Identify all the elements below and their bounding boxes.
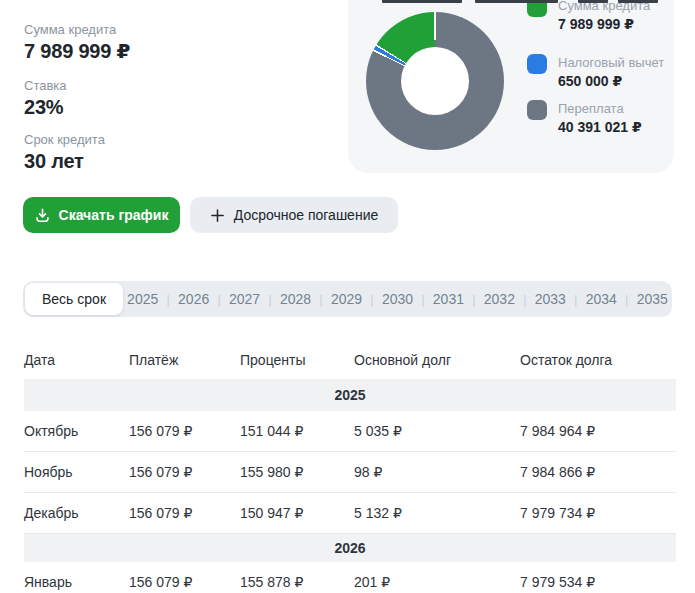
- overpayment-swatch: [527, 100, 547, 120]
- clipped-text-fragment: [475, 0, 558, 3]
- tab-separator: |: [166, 292, 169, 307]
- cell-interest: 155 980 ₽: [240, 452, 303, 492]
- table-row: Ноябрь 156 079 ₽ 155 980 ₽ 98 ₽ 7 984 86…: [24, 452, 676, 493]
- term-summary: Срок кредита 30 лет: [24, 132, 105, 173]
- cell-balance: 7 984 964 ₽: [520, 411, 595, 451]
- download-schedule-button[interactable]: Скачать график: [23, 197, 180, 233]
- col-header-payment: Платёж: [129, 345, 178, 375]
- payments-table: Дата Платёж Проценты Основной долг Остат…: [24, 345, 676, 593]
- rate-label: Ставка: [24, 78, 67, 93]
- cell-payment: 156 079 ₽: [129, 562, 192, 593]
- legend-credit-sum-value: 7 989 999 ₽: [558, 16, 650, 33]
- download-schedule-label: Скачать график: [59, 207, 169, 223]
- cell-principal: 5 035 ₽: [354, 411, 402, 451]
- tab-year-2031[interactable]: 2031: [433, 291, 464, 307]
- donut-hole: [401, 47, 469, 115]
- clipped-text-fragment: [618, 0, 658, 3]
- tab-separator: |: [370, 292, 373, 307]
- table-header-row: Дата Платёж Проценты Основной долг Остат…: [24, 345, 676, 379]
- legend-item-overpayment: Переплата 40 391 021 ₽: [527, 100, 642, 136]
- clipped-text-fragment: [382, 0, 462, 3]
- rate-summary: Ставка 23%: [24, 78, 67, 119]
- cell-principal: 201 ₽: [354, 562, 390, 593]
- cell-interest: 150 947 ₽: [240, 493, 303, 533]
- tab-separator: |: [574, 292, 577, 307]
- year-band-2026: 2026: [24, 534, 676, 562]
- credit-sum-value: 7 989 999 ₽: [24, 39, 130, 63]
- tab-year-2029[interactable]: 2029: [331, 291, 362, 307]
- cell-principal: 5 132 ₽: [354, 493, 402, 533]
- term-label: Срок кредита: [24, 132, 105, 147]
- cell-date: Январь: [24, 562, 72, 593]
- cell-date: Октябрь: [24, 411, 78, 451]
- cell-interest: 155 878 ₽: [240, 562, 303, 593]
- tab-separator: |: [217, 292, 220, 307]
- table-row: Октябрь 156 079 ₽ 151 044 ₽ 5 035 ₽ 7 98…: [24, 411, 676, 452]
- download-icon: [35, 208, 50, 223]
- tab-separator: |: [421, 292, 424, 307]
- legend-tax-deduction-label: Налоговый вычет: [558, 55, 664, 70]
- col-header-principal: Основной долг: [354, 345, 451, 375]
- table-row: Январь 156 079 ₽ 155 878 ₽ 201 ₽ 7 979 5…: [24, 562, 676, 593]
- tab-year-2035[interactable]: 2035: [637, 291, 668, 307]
- tab-separator: |: [523, 292, 526, 307]
- term-value: 30 лет: [24, 149, 105, 173]
- tab-year-2028[interactable]: 2028: [280, 291, 311, 307]
- cell-balance: 7 984 866 ₽: [520, 452, 595, 492]
- cell-payment: 156 079 ₽: [129, 411, 192, 451]
- cell-balance: 7 979 734 ₽: [520, 493, 595, 533]
- plus-icon: [210, 208, 225, 223]
- tab-separator: |: [472, 292, 475, 307]
- cell-date: Ноябрь: [24, 452, 73, 492]
- tab-all-period[interactable]: Весь срок: [25, 283, 123, 315]
- cell-balance: 7 979 534 ₽: [520, 562, 595, 593]
- credit-sum-label: Сумма кредита: [24, 22, 130, 37]
- table-row: Декабрь 156 079 ₽ 150 947 ₽ 5 132 ₽ 7 97…: [24, 493, 676, 534]
- cell-date: Декабрь: [24, 493, 79, 533]
- credit-sum-summary: Сумма кредита 7 989 999 ₽: [24, 22, 130, 63]
- tab-separator: |: [319, 292, 322, 307]
- cell-principal: 98 ₽: [354, 452, 382, 492]
- cell-interest: 151 044 ₽: [240, 411, 303, 451]
- col-header-interest: Проценты: [240, 345, 306, 375]
- col-header-balance: Остаток долга: [520, 345, 612, 375]
- loan-calculator-page: Сумма кредита 7 989 999 ₽ Ставка 23% Сро…: [0, 0, 695, 593]
- tax-deduction-swatch: [527, 54, 547, 74]
- legend-item-tax-deduction: Налоговый вычет 650 000 ₽: [527, 54, 664, 90]
- period-tabbar: Весь срок 2025| 2026| 2027| 2028| 2029| …: [23, 281, 672, 317]
- legend-overpayment-value: 40 391 021 ₽: [558, 119, 642, 136]
- cell-payment: 156 079 ₽: [129, 452, 192, 492]
- tab-year-2032[interactable]: 2032: [484, 291, 515, 307]
- legend-tax-deduction-value: 650 000 ₽: [558, 73, 664, 90]
- tab-year-2033[interactable]: 2033: [535, 291, 566, 307]
- tab-year-2026[interactable]: 2026: [178, 291, 209, 307]
- tab-year-2034[interactable]: 2034: [586, 291, 617, 307]
- legend-item-credit-sum: Сумма кредита 7 989 999 ₽: [527, 0, 650, 33]
- rate-value: 23%: [24, 95, 67, 119]
- early-repayment-label: Досрочное погашение: [234, 207, 378, 223]
- legend-overpayment-label: Переплата: [558, 101, 642, 116]
- cell-payment: 156 079 ₽: [129, 493, 192, 533]
- year-band-2025: 2025: [24, 379, 676, 411]
- tab-separator: |: [625, 292, 628, 307]
- col-header-date: Дата: [24, 345, 55, 375]
- clipped-text-fragment: [578, 0, 608, 3]
- early-repayment-button[interactable]: Досрочное погашение: [190, 197, 398, 233]
- year-tabs: 2025| 2026| 2027| 2028| 2029| 2030| 2031…: [123, 291, 672, 307]
- tab-year-2025[interactable]: 2025: [127, 291, 158, 307]
- tab-year-2027[interactable]: 2027: [229, 291, 260, 307]
- tab-year-2030[interactable]: 2030: [382, 291, 413, 307]
- tab-separator: |: [268, 292, 271, 307]
